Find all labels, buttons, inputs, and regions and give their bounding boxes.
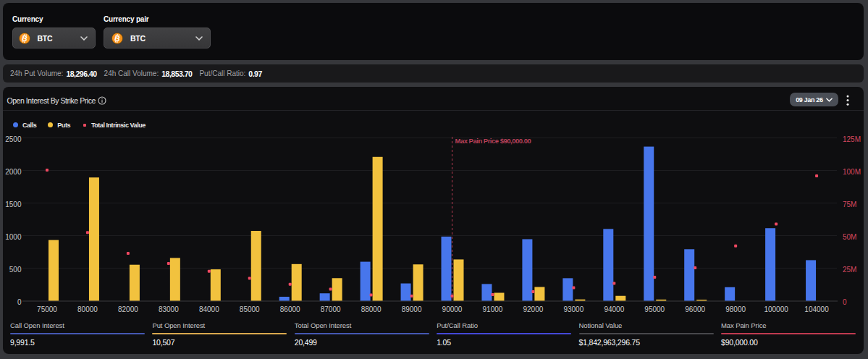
svg-text:25M: 25M — [843, 266, 856, 274]
svg-text:1000: 1000 — [5, 233, 22, 241]
svg-text:84000: 84000 — [199, 305, 219, 313]
svg-text:75M: 75M — [843, 200, 856, 208]
svg-text:98000: 98000 — [725, 305, 746, 313]
svg-text:88000: 88000 — [361, 305, 382, 313]
svg-text:1500: 1500 — [5, 200, 22, 208]
svg-text:100M: 100M — [843, 168, 861, 176]
svg-text:95000: 95000 — [644, 305, 665, 313]
svg-text:Max Pain Price $90,000.00: Max Pain Price $90,000.00 — [455, 137, 531, 145]
svg-text:50M: 50M — [843, 233, 856, 241]
svg-text:104000: 104000 — [804, 305, 829, 313]
svg-text:89000: 89000 — [402, 305, 422, 313]
svg-text:94000: 94000 — [604, 305, 624, 313]
svg-text:87000: 87000 — [321, 305, 341, 313]
svg-text:500: 500 — [9, 266, 22, 274]
svg-text:90000: 90000 — [442, 305, 463, 313]
svg-text:92000: 92000 — [523, 305, 543, 313]
svg-text:93000: 93000 — [563, 305, 583, 313]
svg-text:125M: 125M — [843, 135, 861, 143]
svg-text:2500: 2500 — [5, 135, 22, 143]
svg-text:0: 0 — [843, 298, 847, 306]
svg-text:100000: 100000 — [764, 305, 788, 313]
svg-text:75000: 75000 — [37, 305, 57, 313]
svg-text:80000: 80000 — [77, 305, 98, 313]
svg-text:91000: 91000 — [483, 305, 503, 313]
svg-text:96000: 96000 — [685, 305, 705, 313]
svg-text:82000: 82000 — [118, 305, 138, 313]
svg-text:2000: 2000 — [5, 168, 22, 176]
svg-text:83000: 83000 — [159, 305, 179, 313]
svg-text:0: 0 — [17, 298, 22, 306]
svg-text:86000: 86000 — [280, 305, 300, 313]
svg-text:85000: 85000 — [240, 305, 260, 313]
